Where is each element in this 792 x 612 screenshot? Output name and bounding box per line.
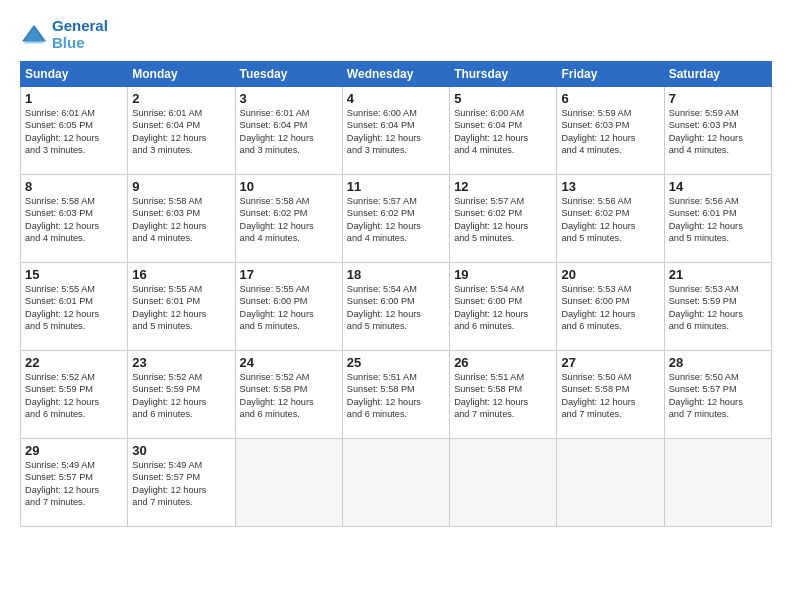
day-number: 15 (25, 267, 123, 282)
cell-text: Sunrise: 5:54 AMSunset: 6:00 PMDaylight:… (454, 283, 552, 333)
calendar-cell: 8Sunrise: 5:58 AMSunset: 6:03 PMDaylight… (21, 175, 128, 263)
cell-text: Sunrise: 5:50 AMSunset: 5:57 PMDaylight:… (669, 371, 767, 421)
calendar-cell: 14Sunrise: 5:56 AMSunset: 6:01 PMDayligh… (664, 175, 771, 263)
day-number: 12 (454, 179, 552, 194)
day-number: 22 (25, 355, 123, 370)
calendar-cell (450, 439, 557, 527)
cell-text: Sunrise: 5:53 AMSunset: 5:59 PMDaylight:… (669, 283, 767, 333)
calendar-cell: 3Sunrise: 6:01 AMSunset: 6:04 PMDaylight… (235, 87, 342, 175)
calendar-cell: 6Sunrise: 5:59 AMSunset: 6:03 PMDaylight… (557, 87, 664, 175)
day-number: 8 (25, 179, 123, 194)
calendar-cell: 15Sunrise: 5:55 AMSunset: 6:01 PMDayligh… (21, 263, 128, 351)
cell-text: Sunrise: 5:52 AMSunset: 5:58 PMDaylight:… (240, 371, 338, 421)
calendar-cell: 17Sunrise: 5:55 AMSunset: 6:00 PMDayligh… (235, 263, 342, 351)
logo-text: General Blue (52, 18, 108, 51)
calendar-cell: 1Sunrise: 6:01 AMSunset: 6:05 PMDaylight… (21, 87, 128, 175)
day-number: 28 (669, 355, 767, 370)
logo-icon (20, 21, 48, 49)
day-number: 2 (132, 91, 230, 106)
cell-text: Sunrise: 5:56 AMSunset: 6:01 PMDaylight:… (669, 195, 767, 245)
day-number: 26 (454, 355, 552, 370)
cell-text: Sunrise: 5:58 AMSunset: 6:03 PMDaylight:… (25, 195, 123, 245)
day-number: 21 (669, 267, 767, 282)
day-number: 7 (669, 91, 767, 106)
calendar-cell: 2Sunrise: 6:01 AMSunset: 6:04 PMDaylight… (128, 87, 235, 175)
calendar-cell: 12Sunrise: 5:57 AMSunset: 6:02 PMDayligh… (450, 175, 557, 263)
day-number: 13 (561, 179, 659, 194)
weekday-header-sunday: Sunday (21, 62, 128, 87)
day-number: 17 (240, 267, 338, 282)
weekday-header-thursday: Thursday (450, 62, 557, 87)
day-number: 11 (347, 179, 445, 194)
cell-text: Sunrise: 5:50 AMSunset: 5:58 PMDaylight:… (561, 371, 659, 421)
day-number: 23 (132, 355, 230, 370)
day-number: 18 (347, 267, 445, 282)
weekday-header-tuesday: Tuesday (235, 62, 342, 87)
day-number: 29 (25, 443, 123, 458)
day-number: 6 (561, 91, 659, 106)
calendar-cell: 5Sunrise: 6:00 AMSunset: 6:04 PMDaylight… (450, 87, 557, 175)
logo: General Blue (20, 18, 108, 51)
cell-text: Sunrise: 6:01 AMSunset: 6:05 PMDaylight:… (25, 107, 123, 157)
calendar-cell: 28Sunrise: 5:50 AMSunset: 5:57 PMDayligh… (664, 351, 771, 439)
calendar-cell (342, 439, 449, 527)
cell-text: Sunrise: 5:55 AMSunset: 6:01 PMDaylight:… (25, 283, 123, 333)
weekday-header-saturday: Saturday (664, 62, 771, 87)
cell-text: Sunrise: 6:00 AMSunset: 6:04 PMDaylight:… (454, 107, 552, 157)
calendar-cell (235, 439, 342, 527)
calendar-cell: 9Sunrise: 5:58 AMSunset: 6:03 PMDaylight… (128, 175, 235, 263)
calendar-cell: 22Sunrise: 5:52 AMSunset: 5:59 PMDayligh… (21, 351, 128, 439)
day-number: 27 (561, 355, 659, 370)
cell-text: Sunrise: 5:58 AMSunset: 6:02 PMDaylight:… (240, 195, 338, 245)
cell-text: Sunrise: 5:54 AMSunset: 6:00 PMDaylight:… (347, 283, 445, 333)
calendar-cell: 11Sunrise: 5:57 AMSunset: 6:02 PMDayligh… (342, 175, 449, 263)
day-number: 3 (240, 91, 338, 106)
cell-text: Sunrise: 5:53 AMSunset: 6:00 PMDaylight:… (561, 283, 659, 333)
cell-text: Sunrise: 5:52 AMSunset: 5:59 PMDaylight:… (25, 371, 123, 421)
cell-text: Sunrise: 5:49 AMSunset: 5:57 PMDaylight:… (132, 459, 230, 509)
calendar-cell: 25Sunrise: 5:51 AMSunset: 5:58 PMDayligh… (342, 351, 449, 439)
header: General Blue (20, 18, 772, 51)
page: General Blue SundayMondayTuesdayWednesda… (0, 0, 792, 612)
cell-text: Sunrise: 5:57 AMSunset: 6:02 PMDaylight:… (347, 195, 445, 245)
cell-text: Sunrise: 5:51 AMSunset: 5:58 PMDaylight:… (347, 371, 445, 421)
cell-text: Sunrise: 5:58 AMSunset: 6:03 PMDaylight:… (132, 195, 230, 245)
day-number: 10 (240, 179, 338, 194)
day-number: 16 (132, 267, 230, 282)
weekday-header-monday: Monday (128, 62, 235, 87)
day-number: 25 (347, 355, 445, 370)
cell-text: Sunrise: 6:00 AMSunset: 6:04 PMDaylight:… (347, 107, 445, 157)
calendar-cell: 30Sunrise: 5:49 AMSunset: 5:57 PMDayligh… (128, 439, 235, 527)
day-number: 14 (669, 179, 767, 194)
calendar-cell (664, 439, 771, 527)
cell-text: Sunrise: 5:55 AMSunset: 6:00 PMDaylight:… (240, 283, 338, 333)
cell-text: Sunrise: 6:01 AMSunset: 6:04 PMDaylight:… (240, 107, 338, 157)
cell-text: Sunrise: 5:49 AMSunset: 5:57 PMDaylight:… (25, 459, 123, 509)
calendar-cell: 4Sunrise: 6:00 AMSunset: 6:04 PMDaylight… (342, 87, 449, 175)
cell-text: Sunrise: 5:59 AMSunset: 6:03 PMDaylight:… (669, 107, 767, 157)
day-number: 30 (132, 443, 230, 458)
weekday-header-friday: Friday (557, 62, 664, 87)
calendar-cell: 16Sunrise: 5:55 AMSunset: 6:01 PMDayligh… (128, 263, 235, 351)
calendar-cell: 20Sunrise: 5:53 AMSunset: 6:00 PMDayligh… (557, 263, 664, 351)
calendar-cell (557, 439, 664, 527)
cell-text: Sunrise: 5:57 AMSunset: 6:02 PMDaylight:… (454, 195, 552, 245)
calendar-cell: 29Sunrise: 5:49 AMSunset: 5:57 PMDayligh… (21, 439, 128, 527)
calendar-cell: 26Sunrise: 5:51 AMSunset: 5:58 PMDayligh… (450, 351, 557, 439)
day-number: 19 (454, 267, 552, 282)
day-number: 1 (25, 91, 123, 106)
calendar-cell: 7Sunrise: 5:59 AMSunset: 6:03 PMDaylight… (664, 87, 771, 175)
cell-text: Sunrise: 5:56 AMSunset: 6:02 PMDaylight:… (561, 195, 659, 245)
day-number: 5 (454, 91, 552, 106)
cell-text: Sunrise: 5:51 AMSunset: 5:58 PMDaylight:… (454, 371, 552, 421)
cell-text: Sunrise: 5:52 AMSunset: 5:59 PMDaylight:… (132, 371, 230, 421)
day-number: 4 (347, 91, 445, 106)
calendar-cell: 21Sunrise: 5:53 AMSunset: 5:59 PMDayligh… (664, 263, 771, 351)
calendar-cell: 10Sunrise: 5:58 AMSunset: 6:02 PMDayligh… (235, 175, 342, 263)
cell-text: Sunrise: 5:59 AMSunset: 6:03 PMDaylight:… (561, 107, 659, 157)
calendar-cell: 24Sunrise: 5:52 AMSunset: 5:58 PMDayligh… (235, 351, 342, 439)
calendar-cell: 23Sunrise: 5:52 AMSunset: 5:59 PMDayligh… (128, 351, 235, 439)
calendar-cell: 13Sunrise: 5:56 AMSunset: 6:02 PMDayligh… (557, 175, 664, 263)
calendar-cell: 27Sunrise: 5:50 AMSunset: 5:58 PMDayligh… (557, 351, 664, 439)
calendar-cell: 18Sunrise: 5:54 AMSunset: 6:00 PMDayligh… (342, 263, 449, 351)
